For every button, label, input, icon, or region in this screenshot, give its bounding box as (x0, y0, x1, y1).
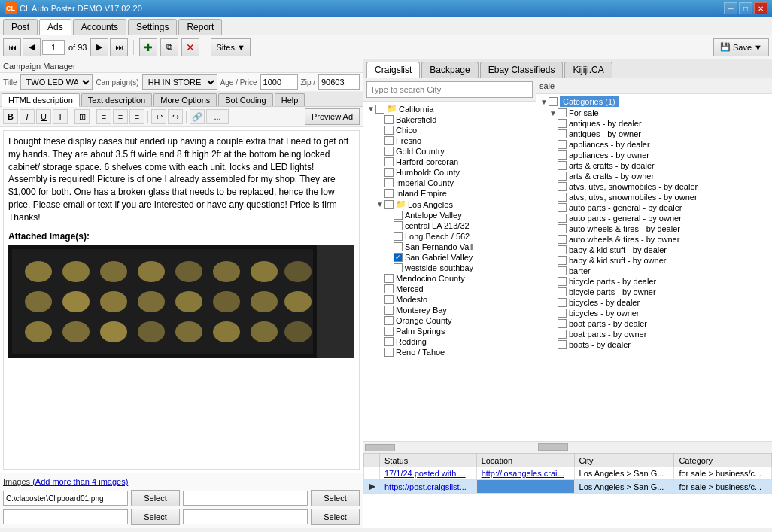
cb-baby-owner[interactable] (558, 256, 567, 265)
cat-antiques-owner[interactable]: antiques - by owner (556, 129, 770, 139)
tab-text-description[interactable]: Text description (81, 93, 152, 106)
city-item-monterey[interactable]: Monterey Bay (374, 305, 534, 315)
checkbox-bakersfield[interactable] (384, 115, 394, 124)
minimize-button[interactable]: ─ (724, 2, 737, 14)
cat-atvs-owner[interactable]: atvs, utvs, snowmobiles - by owner (556, 192, 770, 202)
row-location-1[interactable]: http://losangeles.crai... (476, 467, 574, 480)
city-item-orange[interactable]: Orange County (374, 315, 534, 326)
city-item-fresno[interactable]: Fresno (374, 135, 534, 146)
expand-california[interactable]: ▼ (366, 105, 375, 114)
checkbox-imperial[interactable] (384, 178, 394, 187)
cb-atvs-owner[interactable] (558, 193, 567, 202)
cb-bicycles-owner[interactable] (558, 309, 567, 318)
city-item-central-la[interactable]: central LA 213/32 (383, 220, 534, 231)
cat-appliances-dealer[interactable]: appliances - by dealer (556, 139, 770, 150)
checkbox-monterey[interactable] (384, 306, 394, 315)
align-right-button[interactable]: ≡ (129, 109, 144, 124)
city-item-modesto[interactable]: Modesto (374, 294, 534, 305)
tab-backpage[interactable]: Backpage (421, 62, 478, 78)
tab-ads[interactable]: Ads (39, 19, 71, 35)
city-item-los-angeles[interactable]: ▼ 📁 Los Angeles (374, 199, 534, 210)
campaign-select[interactable]: HH IN STORE (142, 74, 217, 90)
checkbox-harford[interactable] (384, 157, 394, 166)
cb-auto-parts-dealer[interactable] (558, 203, 567, 212)
checkbox-modesto[interactable] (384, 295, 394, 304)
tab-more-options[interactable]: More Options (153, 93, 217, 106)
image-path-4[interactable] (183, 509, 308, 524)
image-path-3[interactable] (3, 509, 128, 524)
table-row-2[interactable]: ▶ https://post.craigslist... Los Angeles… (364, 480, 772, 494)
checkbox-long-beach[interactable] (394, 232, 403, 241)
checkbox-san-gabriel[interactable]: ✓ (394, 253, 403, 262)
category-tree[interactable]: ▼ Categories (1) ▼ For sale antiques - b… (536, 94, 772, 441)
age-price-input[interactable] (260, 74, 298, 90)
checkbox-antelope[interactable] (394, 211, 403, 220)
link-button[interactable]: 🔗 (190, 109, 205, 124)
tab-report[interactable]: Report (178, 19, 222, 35)
cb-boats-dealer[interactable] (558, 340, 567, 349)
checkbox-mendocino[interactable] (384, 274, 394, 283)
more-formats-button[interactable]: ... (206, 109, 229, 124)
nav-next-button[interactable]: ▶ (90, 38, 108, 56)
expand-los-angeles[interactable]: ▼ (375, 200, 384, 209)
nav-prev-button[interactable]: ◀ (23, 38, 41, 56)
city-item-imperial[interactable]: Imperial County (374, 178, 534, 188)
cat-antiques-dealer[interactable]: antiques - by dealer (556, 118, 770, 129)
city-item-inland-empire[interactable]: Inland Empire (374, 188, 534, 199)
checkbox-reno[interactable] (384, 348, 394, 357)
tab-accounts[interactable]: Accounts (73, 19, 126, 35)
cb-arts-owner[interactable] (558, 172, 567, 181)
city-item-long-beach[interactable]: Long Beach / 562 (383, 231, 534, 242)
city-item-chico[interactable]: Chico (374, 125, 534, 135)
cb-bicycles-dealer[interactable] (558, 298, 567, 307)
tab-settings[interactable]: Settings (128, 19, 177, 35)
cat-auto-wheels-owner[interactable]: auto wheels & tires - by owner (556, 234, 770, 245)
row-status-1[interactable]: 17/1/24 posted with ... (380, 467, 477, 480)
city-item-san-gabriel[interactable]: ✓ San Gabriel Valley (383, 252, 534, 263)
cb-barter[interactable] (558, 266, 567, 275)
checkbox-san-fernando[interactable] (394, 242, 403, 251)
align-center-button[interactable]: ≡ (113, 109, 128, 124)
cb-boat-parts-owner[interactable] (558, 330, 567, 339)
expand-for-sale[interactable]: ▼ (549, 108, 558, 117)
city-item-bakersfield[interactable]: Bakersfield (374, 114, 534, 125)
nav-first-button[interactable]: ⏮ (3, 38, 21, 56)
tab-help[interactable]: Help (275, 93, 305, 106)
tab-ebay-classifieds[interactable]: Ebay Classifieds (480, 62, 564, 78)
city-item-mendocino[interactable]: Mendocino County (374, 273, 534, 284)
italic-button[interactable]: I (20, 109, 35, 124)
preview-ad-button[interactable]: Preview Ad (305, 108, 360, 125)
cb-arts-dealer[interactable] (558, 161, 567, 170)
cat-bicycles-owner[interactable]: bicycles - by owner (556, 308, 770, 318)
cat-baby-owner[interactable]: baby & kid stuff - by owner (556, 255, 770, 266)
cb-bicycle-parts-dealer[interactable] (558, 277, 567, 286)
cat-bicycle-parts-owner[interactable]: bicycle parts - by owner (556, 287, 770, 297)
city-search-input[interactable] (366, 81, 533, 98)
city-item-antelope[interactable]: Antelope Valley (383, 210, 534, 220)
row-status-2[interactable]: https://post.craigslist... (380, 480, 477, 494)
category-item-root[interactable]: ▼ Categories (1) (538, 96, 770, 108)
city-scroll-h[interactable] (363, 441, 536, 453)
checkbox-inland-empire[interactable] (384, 189, 394, 198)
category-item-for-sale[interactable]: ▼ For sale (547, 108, 770, 118)
cb-boat-parts-dealer[interactable] (558, 319, 567, 328)
city-item-redding[interactable]: Redding (374, 336, 534, 347)
cb-auto-parts-owner[interactable] (558, 214, 567, 223)
cb-auto-wheels-dealer[interactable] (558, 224, 567, 233)
select-image-3-button[interactable]: Select (131, 509, 180, 525)
checkbox-palm-springs[interactable] (384, 327, 394, 336)
city-item-merced[interactable]: Merced (374, 284, 534, 294)
select-image-1-button[interactable]: Select (131, 490, 180, 506)
tab-bot-coding[interactable]: Bot Coding (218, 93, 272, 106)
expand-categories[interactable]: ▼ (539, 97, 549, 106)
add-button[interactable]: ✚ (139, 38, 157, 56)
select-image-2-button[interactable]: Select (311, 490, 360, 506)
redo-button[interactable]: ↪ (168, 109, 183, 124)
table-button[interactable]: ⊞ (74, 109, 90, 124)
select-image-4-button[interactable]: Select (311, 509, 360, 525)
cat-auto-parts-dealer[interactable]: auto parts - general - by dealer (556, 202, 770, 213)
cat-boat-parts-dealer[interactable]: boat parts - by dealer (556, 318, 770, 329)
title-select[interactable]: TWO LED WALL DISPLAY CASE FIXTI (20, 74, 93, 90)
city-item-reno[interactable]: Reno / Tahoe (374, 347, 534, 357)
add-more-images-link[interactable]: (Add more than 4 images) (32, 477, 128, 486)
